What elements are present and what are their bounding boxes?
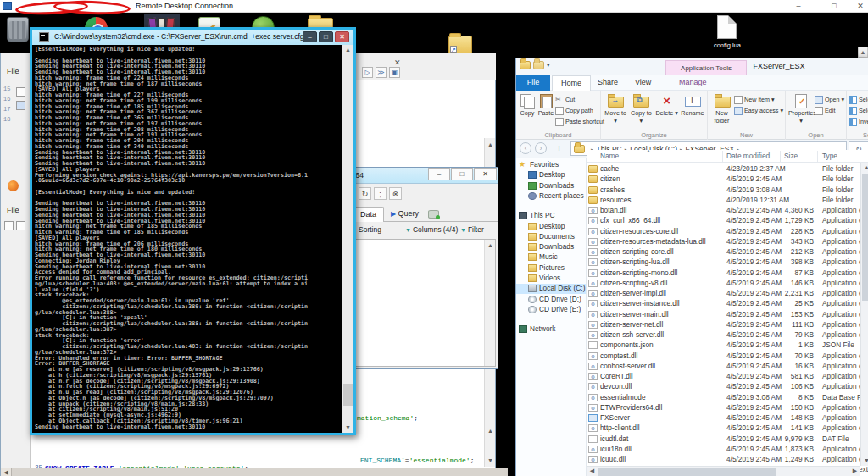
ribbon-button-select-none[interactable]: Select none (849, 105, 868, 116)
child-maximize-button[interactable]: □ (451, 168, 473, 180)
heidisql-toolbar-icon[interactable] (16, 87, 25, 97)
file-row[interactable]: ⚙citizen-server-impl.dll4/5/2019 2:45 AM… (587, 289, 868, 299)
file-row[interactable]: ⚙cfx_curl_x86_64.dll4/5/2019 2:45 AM1,72… (587, 216, 868, 226)
sidebar-item-desktop[interactable]: Desktop (516, 170, 586, 180)
background-scrollbar-arrow[interactable]: ▲ (858, 47, 868, 58)
data-grid-scrollbar[interactable]: ▲ (484, 240, 495, 366)
pause-icon[interactable]: ; (374, 187, 387, 200)
heidisql-file-menu-2[interactable]: File (7, 206, 19, 214)
sidebar-item-documents[interactable]: Documents (516, 232, 586, 242)
scrollbar-thumb[interactable] (343, 384, 353, 406)
file-row[interactable]: ⚙comptest.dll4/5/2019 2:45 AM70 KBApplic… (587, 351, 868, 362)
scroll-left-icon[interactable]: ◀ (587, 467, 598, 475)
column-header-name[interactable]: Name (600, 152, 619, 160)
columns-button[interactable]: ▼ Columns (4/4) (405, 225, 458, 234)
scroll-up-icon[interactable]: ▲ (485, 241, 496, 251)
tab-data[interactable]: Data (353, 207, 384, 222)
up-icon[interactable]: ↑ (557, 143, 561, 152)
file-row[interactable]: ⚙conhost-server.dll4/5/2019 2:45 AM16 KB… (587, 362, 868, 372)
save-icon[interactable] (16, 101, 25, 110)
scroll-down-icon[interactable]: ▼ (861, 456, 868, 466)
filter-button[interactable]: ▼ Filter (460, 225, 484, 234)
child-minimize-button[interactable]: – (428, 168, 450, 180)
file-row[interactable]: icudtl.dat4/5/2019 2:45 AM9,979 KBDAT Fi… (587, 434, 868, 445)
scroll-up-icon[interactable]: ▲ (342, 45, 353, 55)
file-row[interactable]: ⚙citizen-scripting-lua.dll4/5/2019 2:45 … (587, 257, 868, 268)
file-row[interactable]: ⚙devcon.dll4/5/2019 2:45 AM106 KBApplica… (587, 382, 868, 392)
scroll-down-icon[interactable]: ▼ (485, 456, 496, 466)
scrollbar-thumb[interactable] (598, 468, 776, 476)
scroll-up-icon[interactable]: ▲ (485, 426, 496, 436)
tab-view[interactable]: View (626, 75, 659, 91)
sidebar-item-desktop[interactable]: Desktop (516, 222, 586, 232)
sidebar-item-videos[interactable]: Videos (516, 274, 586, 284)
sidebar-item-favorites[interactable]: ★Favorites (516, 160, 586, 170)
run-icon[interactable]: ▷ (362, 67, 373, 78)
sidebar-item-downloads[interactable]: Downloads (516, 242, 586, 252)
sidebar-item-music[interactable]: Music (516, 252, 586, 263)
ribbon-button-copy-path[interactable]: Copy path (555, 105, 604, 116)
rdp-close-button[interactable]: ✕ (853, 1, 868, 12)
qat-new-folder-icon[interactable] (533, 61, 544, 69)
file-row[interactable]: ⚙citizen-resources-core.dll4/5/2019 2:45… (587, 227, 868, 237)
file-row[interactable]: citizen4/5/2019 2:45 AMFile folder (587, 174, 868, 185)
ribbon-button-easy-access[interactable]: Easy access ▾ (734, 105, 783, 116)
sidebar-item-cd-drive-e-[interactable]: CD Drive (E:) (516, 305, 586, 315)
refresh-icon[interactable]: ↻ (359, 187, 371, 200)
column-header-date[interactable]: Date modified (726, 152, 770, 160)
file-row[interactable]: ⚙botan.dll4/5/2019 2:45 AM4,360 KBApplic… (587, 206, 868, 216)
column-header-type[interactable]: Type (822, 152, 837, 160)
heidisql-horizontal-scrollbar[interactable]: ◀ (1, 468, 508, 476)
heidisql-session-icon[interactable] (8, 180, 19, 191)
heidisql-file-menu[interactable]: File (7, 67, 19, 75)
scroll-up-icon[interactable]: ▲ (485, 140, 496, 150)
qat-customize-icon[interactable]: ▾ (547, 62, 550, 69)
recycle-bin-icon[interactable] (7, 17, 29, 42)
file-row[interactable]: ⚙icui18n.dll4/5/2019 2:45 AM1,873 KBAppl… (587, 445, 868, 455)
explorer-titlebar[interactable]: ▾ Application Tools FXServer_ESX (516, 58, 868, 75)
sidebar-item-recent-places[interactable]: Recent places (516, 191, 586, 202)
column-header-size[interactable]: Size (784, 152, 798, 160)
sorting-button[interactable]: Sorting (359, 225, 381, 234)
cmd-titlebar[interactable]: C:\Windows\system32\cmd.exe - C:\FXServe… (32, 30, 353, 45)
ribbon-button-open[interactable]: Open ▾ (815, 94, 844, 105)
file-row[interactable]: ⚙citizen-server-net.dll4/5/2019 2:45 AM1… (587, 320, 868, 330)
heidisql-toolbar-icon[interactable] (4, 221, 14, 230)
scrollbar-thumb[interactable] (862, 174, 868, 301)
ribbon-button-cut[interactable]: ✂Cut (555, 94, 604, 105)
sidebar-item-cd-drive-d-[interactable]: CD Drive (D:) (516, 295, 586, 305)
console-scrollbar[interactable]: ▲ ▼ (342, 45, 353, 433)
ribbon-button-edit[interactable]: Edit (815, 105, 844, 116)
cmd-close-button[interactable]: ✕ (335, 31, 349, 42)
console-output[interactable]: [EssentialMode] Everything is nice and u… (32, 45, 353, 433)
child-close-button[interactable]: ✕ (474, 168, 497, 180)
sidebar-item-network[interactable]: Network (516, 324, 586, 335)
sidebar-item-local-disk-c-[interactable]: Local Disk (C:) (516, 284, 586, 294)
file-row[interactable]: ⚙icuuc.dll4/5/2019 2:45 AM1,249 KBApplic… (587, 455, 868, 465)
folder-shortcut-icon[interactable]: ↗ (448, 36, 472, 54)
file-row[interactable]: resources4/20/2019 12:31 AMFile folder (587, 196, 868, 206)
rdp-maximize-button[interactable]: □ (824, 1, 844, 12)
forward-icon[interactable]: › (535, 142, 547, 154)
stop-icon[interactable]: ⊗ (389, 187, 402, 200)
file-list-vertical-scrollbar[interactable]: ▲ ▼ (860, 163, 868, 466)
ribbon-button-invert-selection[interactable]: Invert selection (849, 116, 868, 127)
config-lua-file-icon[interactable] (717, 15, 737, 39)
export-icon[interactable]: ▣ (389, 67, 400, 78)
file-row[interactable]: ⚙citizen-scripting-mono.dll4/5/2019 2:45… (587, 268, 868, 279)
file-row[interactable]: components.json4/5/2019 2:45 AM1 KBJSON … (587, 340, 868, 351)
file-row[interactable]: cache4/23/2019 2:37 AMFile folder (587, 164, 868, 174)
heidisql-toolbar-icon[interactable] (16, 221, 25, 230)
file-row[interactable]: ⚙http-client.dll4/5/2019 2:45 AM141 KBAp… (587, 423, 868, 434)
cmd-minimize-button[interactable]: – (303, 31, 317, 42)
run-all-icon[interactable]: ≫ (376, 67, 387, 78)
scroll-left-icon[interactable]: ◀ (1, 468, 12, 476)
scroll-right-icon[interactable]: ▶ (849, 467, 860, 475)
file-row[interactable]: ⚙essentialmode4/5/2019 3:08 AM8 KBData B… (587, 393, 868, 403)
cmd-maximize-button[interactable]: □ (319, 31, 333, 42)
scroll-up-icon[interactable]: ▲ (861, 163, 868, 173)
rdp-minimize-button[interactable]: – (788, 1, 809, 12)
file-row[interactable]: crashes4/5/2019 3:08 AMFile folder (587, 185, 868, 196)
sidebar-item-pictures[interactable]: Pictures (516, 263, 586, 274)
sidebar-item-this-pc[interactable]: This PC (516, 211, 586, 221)
